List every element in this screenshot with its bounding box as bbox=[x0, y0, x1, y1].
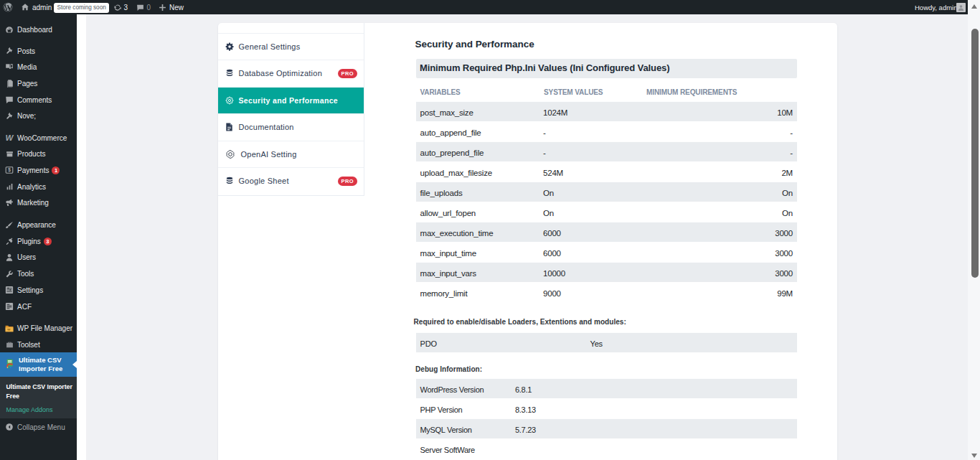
svg-text:$: $ bbox=[8, 168, 11, 174]
